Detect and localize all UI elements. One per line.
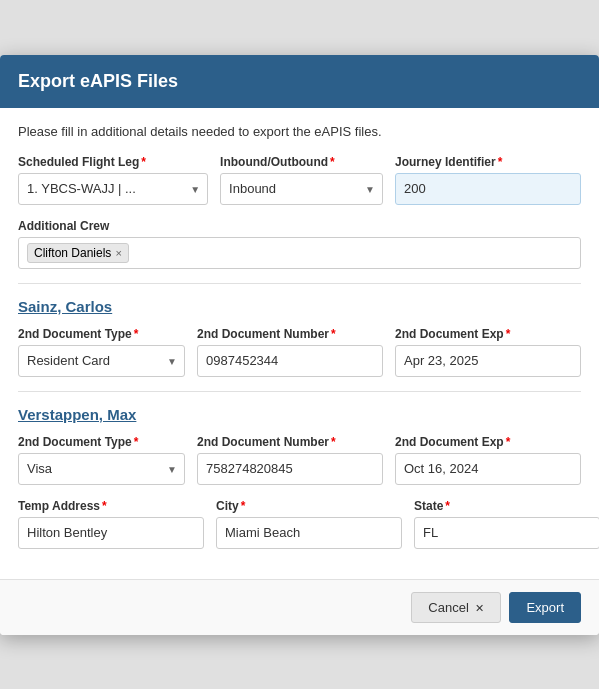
verstappen-city-input[interactable] [216, 517, 402, 549]
additional-crew-label: Additional Crew [18, 219, 581, 233]
journey-identifier-input[interactable] [395, 173, 581, 205]
verstappen-doc-type-select-wrapper: Resident Card Visa Passport ▼ [18, 453, 185, 485]
tag-remove-button[interactable]: × [115, 247, 121, 259]
additional-crew-tags-input[interactable]: Clifton Daniels × [18, 237, 581, 269]
verstappen-city-group: City* [216, 499, 402, 549]
sainz-doc-exp-label: 2nd Document Exp* [395, 327, 581, 341]
verstappen-doc-number-input[interactable] [197, 453, 383, 485]
person-verstappen-section: Verstappen, Max 2nd Document Type* Resid… [18, 406, 581, 549]
additional-crew-group: Additional Crew Clifton Daniels × [18, 219, 581, 269]
person-verstappen-name[interactable]: Verstappen, Max [18, 406, 581, 423]
scheduled-flight-leg-group: Scheduled Flight Leg* 1. YBCS-WAJJ | ...… [18, 155, 208, 205]
additional-crew-row: Additional Crew Clifton Daniels × [18, 219, 581, 269]
modal-footer: Cancel ✕ Export [0, 579, 599, 635]
inbound-outbound-select-wrapper: Inbound Outbound ▼ [220, 173, 383, 205]
inbound-outbound-group: Inbound/Outbound* Inbound Outbound ▼ [220, 155, 383, 205]
scheduled-flight-leg-select[interactable]: 1. YBCS-WAJJ | ... [18, 173, 208, 205]
section-divider-2 [18, 391, 581, 392]
sainz-doc-number-group: 2nd Document Number* [197, 327, 383, 377]
verstappen-temp-address-label: Temp Address* [18, 499, 204, 513]
verstappen-address-row: Temp Address* City* State* [18, 499, 581, 549]
verstappen-doc-number-group: 2nd Document Number* [197, 435, 383, 485]
verstappen-state-label: State* [414, 499, 599, 513]
journey-identifier-group: Journey Identifier* [395, 155, 581, 205]
sainz-doc-number-label: 2nd Document Number* [197, 327, 383, 341]
cancel-button[interactable]: Cancel ✕ [411, 592, 501, 623]
verstappen-temp-address-group: Temp Address* [18, 499, 204, 549]
verstappen-state-input[interactable] [414, 517, 599, 549]
section-divider-1 [18, 283, 581, 284]
top-form-row: Scheduled Flight Leg* 1. YBCS-WAJJ | ...… [18, 155, 581, 205]
scheduled-flight-leg-select-wrapper: 1. YBCS-WAJJ | ... ▼ [18, 173, 208, 205]
person-sainz-section: Sainz, Carlos 2nd Document Type* Residen… [18, 298, 581, 377]
verstappen-doc-exp-input[interactable] [395, 453, 581, 485]
sainz-doc-type-select-wrapper: Resident Card Visa Passport ▼ [18, 345, 185, 377]
modal-header: Export eAPIS Files [0, 55, 599, 108]
verstappen-city-label: City* [216, 499, 402, 513]
sainz-doc-type-select[interactable]: Resident Card Visa Passport [18, 345, 185, 377]
clifton-daniels-tag: Clifton Daniels × [27, 243, 129, 263]
sainz-doc-type-group: 2nd Document Type* Resident Card Visa Pa… [18, 327, 185, 377]
sainz-doc-type-label: 2nd Document Type* [18, 327, 185, 341]
verstappen-doc-number-label: 2nd Document Number* [197, 435, 383, 449]
cancel-x-icon: ✕ [475, 602, 484, 614]
inbound-outbound-label: Inbound/Outbound* [220, 155, 383, 169]
tag-label: Clifton Daniels [34, 246, 111, 260]
verstappen-doc-exp-label: 2nd Document Exp* [395, 435, 581, 449]
modal-title: Export eAPIS Files [18, 71, 178, 91]
verstappen-doc-row: 2nd Document Type* Resident Card Visa Pa… [18, 435, 581, 485]
journey-identifier-label: Journey Identifier* [395, 155, 581, 169]
modal-body: Please fill in additional details needed… [0, 108, 599, 579]
scheduled-flight-leg-label: Scheduled Flight Leg* [18, 155, 208, 169]
verstappen-state-group: State* [414, 499, 599, 549]
verstappen-doc-type-label: 2nd Document Type* [18, 435, 185, 449]
export-eapis-modal: Export eAPIS Files Please fill in additi… [0, 55, 599, 635]
sainz-doc-number-input[interactable] [197, 345, 383, 377]
person-sainz-name[interactable]: Sainz, Carlos [18, 298, 581, 315]
verstappen-doc-exp-group: 2nd Document Exp* [395, 435, 581, 485]
verstappen-doc-type-group: 2nd Document Type* Resident Card Visa Pa… [18, 435, 185, 485]
sainz-doc-row: 2nd Document Type* Resident Card Visa Pa… [18, 327, 581, 377]
sainz-doc-exp-group: 2nd Document Exp* [395, 327, 581, 377]
sainz-doc-exp-input[interactable] [395, 345, 581, 377]
export-button[interactable]: Export [509, 592, 581, 623]
verstappen-doc-type-select[interactable]: Resident Card Visa Passport [18, 453, 185, 485]
inbound-outbound-select[interactable]: Inbound Outbound [220, 173, 383, 205]
modal-description: Please fill in additional details needed… [18, 124, 581, 139]
verstappen-temp-address-input[interactable] [18, 517, 204, 549]
